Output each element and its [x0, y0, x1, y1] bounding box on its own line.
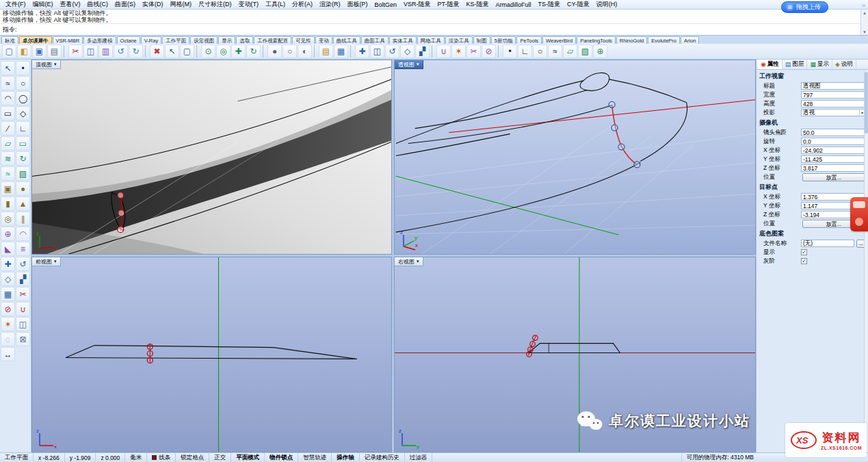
offset-tool-icon[interactable]: ≡	[16, 242, 30, 256]
redo-icon[interactable]: ↻	[129, 44, 143, 58]
shaded-display-icon[interactable]: ●	[267, 44, 282, 58]
planar-toggle[interactable]: 平面模式	[231, 453, 265, 462]
ribbon-tab-21[interactable]: WeaverBird	[542, 36, 576, 44]
rectangle-tool-icon[interactable]: ▭	[1, 106, 15, 120]
copy-icon[interactable]: ◫	[83, 44, 98, 58]
viewport-title-top[interactable]: 顶视图 ▾	[32, 60, 61, 69]
circle-tool-icon[interactable]: ○	[533, 44, 547, 58]
menu-item-9[interactable]: 工具(L)	[262, 0, 289, 9]
arc-tool-icon[interactable]: ◠	[1, 91, 15, 105]
pointer-tool-icon[interactable]: ↖	[1, 61, 15, 75]
ribbon-tab-23[interactable]: RhinoGold	[616, 36, 647, 44]
cylinder-tool-icon[interactable]: ▮	[1, 196, 15, 211]
viewport-right[interactable]: 右视图 ▾ z y	[394, 257, 756, 452]
ribbon-tab-3[interactable]: 多边形建模	[83, 36, 116, 44]
wallpaper-filename-field[interactable]: (无)	[801, 240, 854, 247]
open-file-icon[interactable]: ◧	[17, 44, 31, 58]
dimension-tool-icon[interactable]: ↔	[1, 347, 15, 361]
ellipse-tool-icon[interactable]: ◯	[16, 91, 30, 105]
ribbon-tab-2[interactable]: VSR-MBR	[53, 36, 83, 44]
ortho-toggle[interactable]: 正交	[209, 453, 231, 462]
menu-overflow-icon[interactable]: »	[862, 2, 865, 9]
viewport-canvas-perspective[interactable]	[395, 60, 755, 254]
camera-y-field[interactable]: -11.425	[801, 155, 865, 163]
control-point[interactable]	[118, 210, 124, 216]
save-icon[interactable]: ▣	[32, 44, 47, 58]
zoom-extents-icon[interactable]: ⊙	[201, 44, 215, 58]
ribbon-tab-17[interactable]: 渲染工具	[445, 36, 473, 44]
move-tool-icon[interactable]: ✚	[1, 257, 15, 271]
print-icon[interactable]: ▤	[47, 44, 62, 58]
ribbon-tab-25[interactable]: Arion	[681, 36, 700, 44]
panel-scrollbar[interactable]	[864, 70, 868, 452]
menu-item-10[interactable]: 分析(A)	[289, 0, 316, 9]
viewport-height-field[interactable]: 428	[801, 100, 865, 107]
camera-z-field[interactable]: 3.817	[801, 164, 865, 172]
x-coordinate[interactable]: x -8.266	[34, 453, 65, 462]
wallpaper-show-checkbox[interactable]: ✓	[801, 249, 807, 255]
camera-place-button[interactable]: 放置...	[802, 173, 865, 181]
menu-item-19[interactable]: CY-随意	[564, 0, 593, 9]
menu-item-7[interactable]: 尺寸标注(D)	[195, 0, 235, 9]
layer-manager-icon[interactable]: ▤	[319, 44, 333, 58]
menu-item-4[interactable]: 曲面(S)	[111, 0, 139, 9]
select-objects-icon[interactable]: ↖	[165, 44, 179, 58]
properties-panel-icon[interactable]: ▦	[334, 44, 348, 58]
menu-item-14[interactable]: VSR-随意	[400, 0, 434, 9]
scroll-down-icon[interactable]: ▼	[863, 29, 867, 35]
zoom-window-icon[interactable]: ◎	[216, 44, 231, 58]
loft-tool-icon[interactable]: ≋	[1, 151, 15, 166]
viewport-width-field[interactable]: 797	[801, 91, 865, 99]
array-tool-icon[interactable]: ▦	[1, 287, 15, 301]
scroll-up-icon[interactable]: ▲	[863, 10, 867, 16]
ribbon-tab-13[interactable]: 曲线工具	[333, 36, 360, 44]
ribbon-tab-24[interactable]: EvolutePro	[648, 36, 680, 44]
trim-tool-icon[interactable]: ✂	[16, 287, 30, 301]
control-point[interactable]	[118, 227, 124, 233]
camera-x-field[interactable]: -24.902	[801, 146, 865, 154]
ribbon-tab-7[interactable]: 设定视图	[190, 36, 218, 44]
viewport-title-right[interactable]: 右视图 ▾	[395, 257, 423, 266]
hide-tool-icon[interactable]: ◌	[1, 332, 15, 346]
new-file-icon[interactable]: ▢	[2, 44, 16, 58]
projection-select[interactable]: 透视▾	[801, 109, 865, 116]
join-icon[interactable]: ∪	[436, 44, 451, 58]
menu-item-13[interactable]: BoltGen	[371, 0, 401, 9]
boolean-tool-icon[interactable]: ⊕	[1, 227, 15, 241]
surface-tool-icon[interactable]: ▱	[1, 136, 15, 151]
extrude-tool-icon[interactable]: ▧	[16, 166, 30, 181]
drag-upload-button[interactable]: ⊞ 拖拽上传	[781, 1, 828, 13]
join-tool-icon[interactable]: ∪	[16, 302, 30, 316]
point-tool-icon[interactable]: •	[503, 44, 517, 58]
ribbon-tab-20[interactable]: PeTools	[516, 36, 542, 44]
menu-item-3[interactable]: 曲线(C)	[84, 0, 112, 9]
viewport-title-perspective[interactable]: 透视图 ▾	[395, 60, 423, 69]
control-point[interactable]	[118, 192, 124, 198]
ribbon-tab-18[interactable]: 制图	[473, 36, 490, 44]
plane-tool-icon[interactable]: ▭	[16, 136, 30, 151]
ribbon-tab-10[interactable]: 工作视窗配置	[254, 36, 291, 44]
split-icon[interactable]: ⊘	[482, 44, 496, 58]
z-coordinate[interactable]: z 0.000	[96, 453, 125, 462]
undo-icon[interactable]: ↺	[114, 44, 128, 58]
viewport-canvas-top[interactable]	[32, 60, 391, 254]
ribbon-tab-12[interactable]: 变动	[315, 36, 332, 44]
sweep-tool-icon[interactable]: ≈	[1, 166, 15, 181]
osnap-toggle[interactable]: 物件锁点	[265, 453, 298, 462]
split-tool-icon[interactable]: ⊘	[1, 302, 15, 316]
surface-tool-icon[interactable]: ▱	[563, 44, 577, 58]
tab-display[interactable]: ▦显示	[807, 60, 832, 69]
viewport-front[interactable]: 前视图 ▾ z x	[31, 257, 392, 452]
move-icon[interactable]: ✚	[355, 44, 369, 58]
trim-icon[interactable]: ✂	[466, 44, 481, 58]
cplane-button[interactable]: 工作平面	[0, 453, 34, 462]
viewport-canvas-right[interactable]	[395, 257, 755, 452]
scale-object-icon[interactable]: ◇	[400, 44, 415, 58]
ribbon-tab-9[interactable]: 选取	[236, 36, 253, 44]
copy-object-icon[interactable]: ◫	[370, 44, 384, 58]
rotate-view-icon[interactable]: ↻	[246, 44, 261, 58]
viewport-splitter-horizontal[interactable]	[31, 255, 756, 257]
gumball-toggle[interactable]: 操作轴	[332, 453, 360, 462]
point-tool-icon[interactable]: •	[16, 61, 30, 75]
ribbon-tab-14[interactable]: 曲面工具	[361, 36, 389, 44]
